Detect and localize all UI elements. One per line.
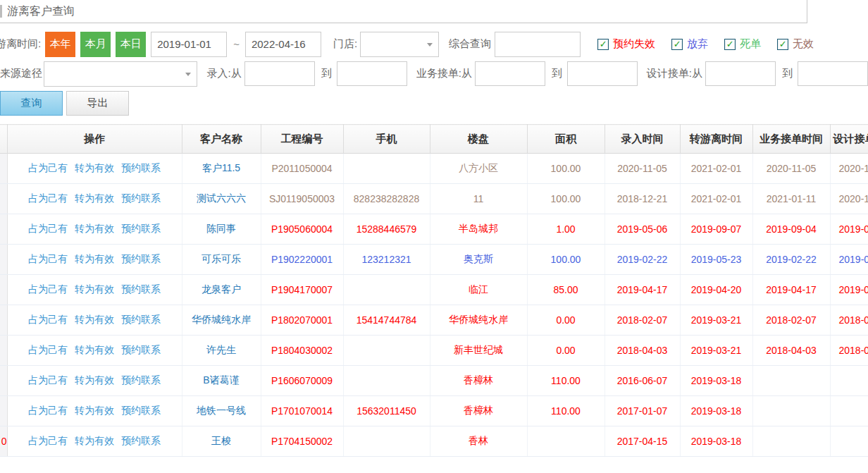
customer-name-link[interactable]: 王梭 [182, 426, 261, 457]
page-title: 游离客户查询 [7, 4, 75, 19]
biz-to-label: 到 [552, 67, 562, 80]
entry-from-input[interactable] [244, 61, 315, 86]
export-button[interactable]: 导出 [66, 91, 129, 116]
this-month-button[interactable]: 本月 [80, 32, 111, 57]
today-button[interactable]: 本日 [116, 32, 146, 57]
this-year-button[interactable]: 本年 [45, 32, 75, 57]
row-actions-cell: 占为己有转为有效预约联系 [7, 305, 182, 336]
checkbox-icon[interactable]: ✓ [671, 39, 683, 50]
biz-order-time-cell: 2019-09-04 [752, 214, 830, 245]
source-channel-label: 来源途径 [0, 67, 42, 80]
row-action-link[interactable]: 占为己有 [28, 405, 68, 416]
project-number-cell: SJ0119050003 [261, 184, 343, 214]
column-header: 客户名称 [182, 125, 261, 154]
row-action-link[interactable]: 转为有效 [75, 162, 114, 173]
biz-order-time-cell: 2020-11-05 [752, 154, 830, 184]
row-action-link[interactable]: 占为己有 [28, 435, 68, 446]
checkmark-icon: ✓ [779, 39, 787, 49]
row-action-link[interactable]: 转为有效 [75, 374, 114, 386]
row-action-link[interactable]: 转为有效 [75, 344, 114, 355]
checkbox-icon[interactable]: ✓ [777, 39, 788, 50]
row-action-link[interactable]: 占为己有 [28, 344, 68, 355]
biz-order-time-cell: 2019-04-17 [752, 275, 830, 305]
customer-name-link[interactable]: 华侨城纯水岸 [182, 305, 261, 336]
row-action-link[interactable]: 转为有效 [75, 314, 114, 325]
row-action-link[interactable]: 预约联系 [121, 374, 161, 386]
combined-query-input[interactable] [495, 32, 581, 57]
row-actions-cell: 占为己有转为有效预约联系 [7, 184, 182, 214]
customer-name-link[interactable]: 可乐可乐 [182, 245, 261, 275]
checkbox-icon[interactable]: ✓ [724, 39, 736, 50]
customer-name-link[interactable]: 测试六六六 [182, 184, 261, 214]
design-order-time-cell [830, 366, 868, 396]
checkbox-icon[interactable]: ✓ [597, 39, 609, 50]
row-action-link[interactable]: 占为己有 [28, 192, 68, 204]
row-actions-cell: 占为己有转为有效预约联系 [7, 396, 182, 426]
column-header: 设计接单时间 [830, 125, 868, 154]
store-label: 门店: [333, 37, 357, 51]
building-cell: 八方小区 [430, 154, 527, 184]
design-order-time-cell [830, 426, 868, 457]
building-cell: 新丰世纪城 [430, 336, 527, 366]
row-edge-cell [0, 154, 7, 184]
status-checkbox-label: 死单 [740, 37, 761, 51]
query-button[interactable]: 查询 [0, 91, 63, 116]
design-from-input[interactable] [705, 61, 776, 86]
column-header: 工程编号 [261, 125, 343, 154]
area-cell: 85.00 [527, 275, 604, 305]
row-action-link[interactable]: 占为己有 [28, 314, 68, 325]
row-action-link[interactable]: 预约联系 [121, 253, 161, 264]
row-action-link[interactable]: 预约联系 [121, 283, 161, 295]
filter-row-1: 游离时间: 本年 本月 本日 ~ 门店: 综合查询 ✓预约失效✓放弃✓死单✓无效 [0, 31, 868, 57]
row-action-link[interactable]: 占为己有 [28, 283, 68, 295]
customer-name-link[interactable]: B诸葛谨 [182, 366, 261, 396]
store-select[interactable] [360, 32, 439, 57]
status-checkbox-label: 预约失效 [613, 37, 655, 51]
design-order-time-cell: 2019-04 [830, 275, 868, 305]
row-action-link[interactable]: 预约联系 [121, 405, 161, 416]
design-to-input[interactable] [798, 61, 868, 86]
row-action-link[interactable]: 转为有效 [75, 405, 114, 416]
project-number-cell: P1701070014 [261, 396, 343, 426]
column-header: 转游离时间 [680, 125, 752, 154]
area-cell: 1.00 [527, 214, 604, 245]
area-cell: 0.00 [527, 305, 604, 336]
row-action-link[interactable]: 占为己有 [28, 223, 68, 234]
row-action-link[interactable]: 转为有效 [75, 283, 114, 295]
row-action-link[interactable]: 预约联系 [121, 314, 161, 325]
row-action-link[interactable]: 占为己有 [28, 253, 68, 264]
phone-cell [343, 426, 430, 457]
project-number-cell: P1804030002 [261, 336, 343, 366]
row-action-link[interactable]: 预约联系 [121, 192, 161, 204]
date-to-input[interactable] [245, 32, 321, 57]
customer-name-link[interactable]: 龙泉客户 [182, 275, 261, 305]
date-from-input[interactable] [151, 32, 227, 57]
building-cell: 奥克斯 [430, 245, 527, 275]
row-action-link[interactable]: 预约联系 [121, 162, 161, 173]
entry-to-input[interactable] [337, 61, 407, 86]
row-action-link[interactable]: 转为有效 [75, 223, 114, 234]
row-action-link[interactable]: 预约联系 [121, 435, 161, 446]
customer-name-link[interactable]: 许先生 [182, 336, 261, 366]
chevron-down-icon [185, 73, 191, 76]
row-edge-cell [0, 396, 7, 426]
biz-from-input[interactable] [475, 61, 545, 86]
customer-name-link[interactable]: 客户11.5 [182, 154, 261, 184]
project-number-cell: P1802070001 [261, 305, 343, 336]
phone-cell: 15288446579 [343, 214, 430, 245]
customer-name-link[interactable]: 陈同事 [182, 214, 261, 245]
entry-time-cell: 2019-05-06 [604, 214, 680, 245]
biz-to-input[interactable] [567, 61, 638, 86]
row-action-link[interactable]: 转为有效 [75, 192, 114, 204]
table-body: 占为己有转为有效预约联系 客户11.5 P2011050004 八方小区 100… [0, 154, 868, 457]
row-action-link[interactable]: 转为有效 [75, 253, 114, 264]
entry-time-cell: 2017-04-15 [604, 426, 680, 457]
row-action-link[interactable]: 转为有效 [75, 435, 114, 446]
row-action-link[interactable]: 预约联系 [121, 223, 161, 234]
row-action-link[interactable]: 占为己有 [28, 374, 68, 386]
row-edge-cell [0, 245, 7, 275]
source-channel-select[interactable] [44, 61, 197, 87]
customer-name-link[interactable]: 地铁一号线 [182, 396, 261, 426]
row-action-link[interactable]: 预约联系 [121, 344, 161, 355]
row-action-link[interactable]: 占为己有 [28, 162, 68, 173]
